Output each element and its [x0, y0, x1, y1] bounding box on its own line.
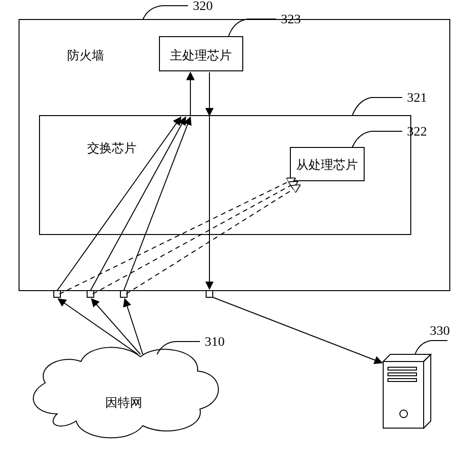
arrow-net-p1: [58, 299, 138, 354]
label-330: 330: [415, 323, 450, 354]
svg-line-24: [125, 299, 143, 354]
svg-line-20: [126, 185, 300, 294]
label-310: 310: [157, 334, 225, 354]
port-1: [54, 291, 60, 297]
label-322: 322: [352, 124, 427, 147]
slave-chip-label: 从处理芯片: [296, 158, 358, 172]
arrow-net-p3: [125, 299, 143, 354]
svg-rect-26: [388, 367, 416, 370]
port-4: [206, 291, 213, 297]
label-321: 321: [352, 90, 427, 116]
switch-chip-label: 交换芯片: [87, 141, 137, 155]
svg-rect-11: [87, 291, 94, 297]
link-port4-server: [213, 297, 382, 363]
svg-line-22: [58, 299, 138, 354]
server-icon: [383, 354, 431, 428]
firewall-label: 防火墙: [67, 49, 104, 62]
svg-rect-4: [40, 116, 411, 234]
svg-text:321: 321: [407, 90, 427, 105]
dashed-arrow-p1-slave: [60, 178, 295, 294]
svg-line-18: [60, 178, 295, 294]
internet-cloud: [33, 347, 218, 438]
main-chip-label: 主处理芯片: [170, 49, 232, 62]
svg-text:323: 323: [281, 11, 301, 26]
svg-rect-12: [120, 291, 127, 297]
svg-rect-27: [388, 373, 416, 376]
switch-chip-box: [40, 116, 411, 234]
svg-rect-25: [383, 362, 424, 428]
svg-text:310: 310: [205, 334, 225, 349]
port-2: [87, 291, 94, 297]
port-3: [120, 291, 127, 297]
dashed-arrow-p2-slave: [93, 182, 298, 294]
svg-point-29: [400, 410, 407, 418]
svg-line-19: [93, 182, 298, 294]
svg-text:330: 330: [430, 323, 450, 338]
svg-line-30: [213, 297, 382, 363]
label-320: 320: [143, 0, 213, 20]
svg-rect-28: [388, 379, 416, 381]
label-323: 323: [228, 11, 301, 37]
dashed-arrow-p3-slave: [126, 185, 300, 294]
svg-rect-10: [54, 291, 60, 297]
internet-label: 因特网: [105, 396, 142, 410]
svg-text:322: 322: [407, 124, 427, 138]
svg-text:320: 320: [193, 0, 213, 13]
svg-rect-13: [206, 291, 213, 297]
